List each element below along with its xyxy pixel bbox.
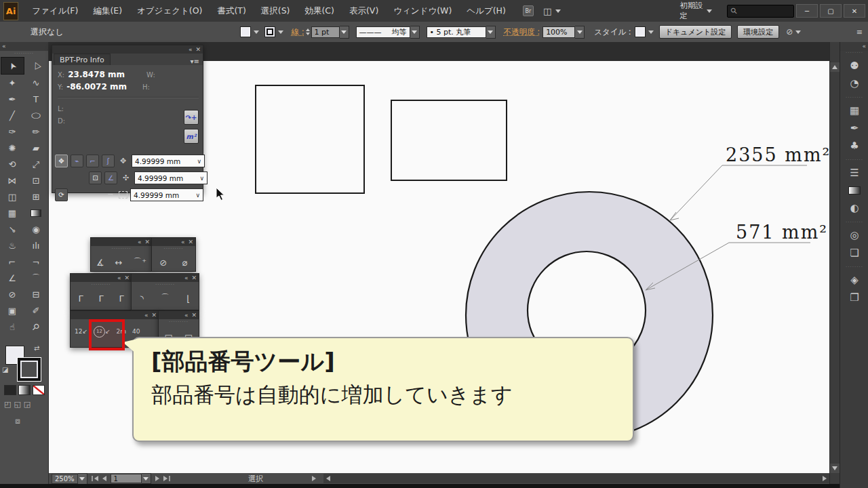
shape-builder-tool[interactable]: ◫ [1,188,24,205]
tools-grip[interactable]: ········· [0,51,48,57]
scale-tool[interactable]: ⤢ [24,156,48,172]
bpt-angle-dim-tool[interactable]: ∡ [96,258,104,268]
opacity-dropdown[interactable] [575,26,585,39]
blend-tool[interactable]: ◉ [24,221,48,237]
collapse-panel-icon[interactable]: « [184,275,189,281]
selection-tool[interactable]: ➤ [1,57,24,75]
bpt-value-field-3[interactable]: 4.99999 mm∨ [130,188,203,201]
collapse-panel-icon[interactable]: « [184,312,189,319]
scroll-left-button[interactable] [323,474,333,483]
symbols-panel-button[interactable]: ♣ [844,137,865,154]
menu-effect[interactable]: 効果(C) [297,5,341,17]
variable-width-combo[interactable]: ———均等 [356,26,420,38]
arrange-documents-icon[interactable]: ◫ [543,6,551,16]
status-popup-icon[interactable] [312,476,316,481]
maximize-button[interactable]: ▢ [820,4,842,18]
bpt-corner-tool-1[interactable]: Γ [78,293,83,304]
lasso-tool[interactable]: ∿ [24,75,48,91]
workspace-switcher[interactable]: 初期設定 [679,1,704,21]
swap-fill-stroke-icon[interactable]: ⇄ [34,344,39,352]
bpt-corner-tool-a[interactable]: ⌐ [1,253,24,270]
horizontal-scrollbar[interactable] [323,474,829,483]
width-tool[interactable]: ⋈ [1,172,24,188]
preferences-button[interactable]: 環境設定 [737,25,779,39]
close-panel-icon[interactable]: ✕ [124,275,130,281]
bpt-arc-dim-tool[interactable]: ⌒⁺ [133,256,146,268]
close-panel-icon[interactable]: ✕ [191,312,197,319]
ellipse-tool[interactable]: ◯ [24,107,48,123]
menu-select[interactable]: 選択(S) [254,5,298,17]
artboards-panel-button[interactable]: ❐ [844,289,865,306]
document-setup-button[interactable]: ドキュメント設定 [659,25,732,39]
close-button[interactable]: ✕ [844,4,865,18]
direct-selection-tool[interactable]: ▷ [24,57,48,73]
close-panel-icon[interactable]: ✕ [195,47,201,53]
bpt-measure-tool[interactable]: ⊘ [1,286,24,302]
stroke-panel-button[interactable]: ☰ [844,164,865,181]
artboard-tool[interactable]: ▣ [1,302,24,319]
swatches-panel-button[interactable]: ▦ [844,102,865,119]
menu-help[interactable]: ヘルプ(H) [459,5,513,17]
square-shape[interactable] [256,85,364,193]
collapse-panel-icon[interactable]: « [117,275,121,281]
hand-tool[interactable]: ☝ [1,319,24,335]
first-artboard-button[interactable] [94,476,98,481]
stroke-swatch[interactable] [18,358,41,381]
bpt-segment-button-3[interactable]: ʃ [102,155,115,167]
gradient-tool[interactable] [24,205,48,221]
stroke-color-swatch[interactable] [264,26,275,37]
zoom-level-value[interactable]: 250% [52,474,78,484]
bpt-angle-button[interactable]: ∠ [104,171,117,184]
collapse-panel-icon[interactable]: « [181,239,185,245]
bpt-corner-tool-3[interactable]: Γ [119,293,123,304]
bpt-corner-tool-2[interactable]: Γ [98,293,103,304]
bpt-info-tab[interactable]: BPT-Pro Info [54,54,111,65]
stroke-width-dropdown[interactable] [340,26,349,39]
collapse-panel-icon[interactable]: « [138,239,142,245]
bpt-angle-tool[interactable]: ∠ [1,270,24,286]
bpt-fillet-tool-2[interactable]: ⌒ [161,292,170,304]
draw-normal-icon[interactable]: ◰ [4,400,11,409]
brush-combo[interactable]: • 5 pt. 丸筆 [427,26,496,38]
none-mode-button[interactable] [33,385,45,395]
bpt-brush-tool[interactable]: ✐ [24,302,48,319]
zoom-level-dropdown[interactable] [78,473,87,485]
measure-length-button[interactable]: ↷+ [184,110,199,125]
perspective-grid-tool[interactable]: ⊞ [24,188,48,205]
draw-behind-icon[interactable]: ◱ [14,400,20,409]
menu-edit[interactable]: 編集(E) [85,5,130,17]
magic-wand-tool[interactable]: ✦ [1,75,24,91]
blob-brush-tool[interactable]: ✺ [1,140,24,156]
vertical-scrollbar[interactable] [829,42,840,484]
bpt-value-field-1[interactable]: 4.99999 mm∨ [132,155,205,167]
panel-menu-icon[interactable]: ▾≡ [191,58,199,65]
bpt-inner-button[interactable]: ⊡ [89,171,102,184]
screen-mode-button[interactable]: ⧈ [15,416,20,426]
collapse-panel-icon[interactable]: « [144,312,149,319]
menu-type[interactable]: 書式(T) [210,5,253,17]
bpt-diameter-tool-1[interactable]: ⊘ [159,258,167,268]
minimize-button[interactable]: ─ [796,4,818,18]
brushes-panel-button[interactable]: ✒ [844,119,865,136]
stroke-panel-link[interactable]: 線 : [292,27,304,37]
eraser-tool[interactable]: ▰ [24,140,48,156]
paintbrush-tool[interactable]: ✑ [1,123,24,140]
bpt-diameter-tool-2[interactable]: ⌀ [182,258,188,268]
gradient-mode-button[interactable] [18,385,31,395]
close-panel-icon[interactable]: ✕ [188,239,193,245]
artboard-number-field[interactable]: 1 [111,474,142,483]
close-panel-icon[interactable]: ✕ [144,239,150,245]
rectangle-shape[interactable] [391,100,507,180]
prev-artboard-button[interactable] [102,476,106,481]
last-artboard-button[interactable] [163,476,167,481]
scroll-right-button[interactable] [820,474,829,483]
color-panel-button[interactable]: ⚉ [844,57,865,74]
eyedropper-tool[interactable]: ⊸ [1,221,24,237]
brush-dropdown[interactable] [486,26,496,39]
free-transform-tool[interactable]: ⊡ [24,172,48,188]
bridge-icon[interactable]: Br [523,5,534,16]
menu-view[interactable]: 表示(V) [342,5,386,17]
color-mode-button[interactable] [4,385,16,395]
type-tool[interactable]: T [24,91,48,107]
bpt-value-field-2[interactable]: 4.99999 mm∨ [134,171,208,184]
